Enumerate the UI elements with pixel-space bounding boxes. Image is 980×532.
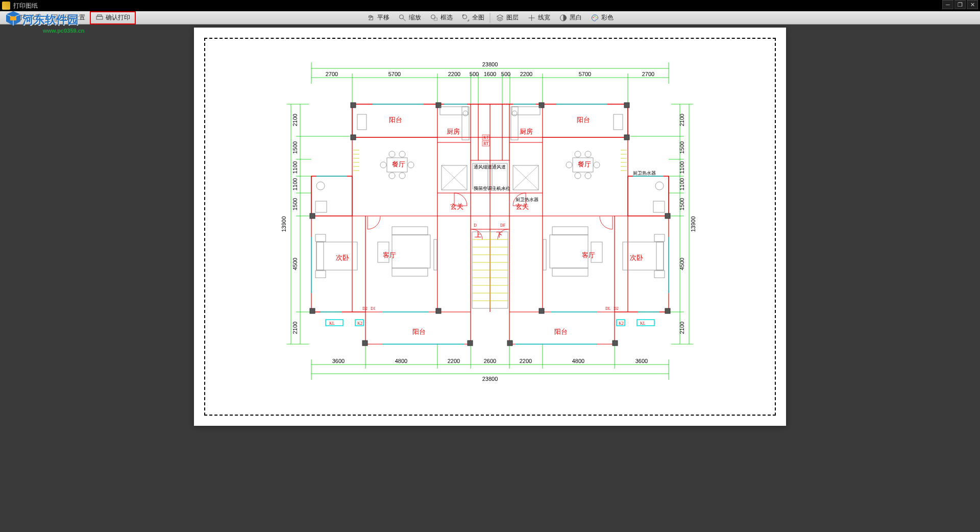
svg-text:23800: 23800 — [482, 376, 498, 382]
bottom-dimensions: 23800 3600 4800 2200 2600 2200 4800 3600 — [311, 344, 669, 382]
layers-button[interactable]: 图层 — [492, 12, 523, 23]
svg-rect-171 — [310, 308, 315, 313]
svg-rect-230 — [392, 227, 428, 235]
svg-text:2200: 2200 — [448, 358, 460, 364]
svg-text:D2: D2 — [362, 306, 368, 311]
highlight-annotation: 确认打印 — [90, 11, 136, 25]
svg-text:1600: 1600 — [484, 71, 496, 77]
line-width-button[interactable]: 线宽 — [523, 12, 555, 23]
svg-text:餐厅: 餐厅 — [578, 160, 591, 168]
svg-rect-122 — [628, 176, 669, 216]
minimize-button[interactable]: ─ — [942, 0, 953, 9]
svg-text:客厅: 客厅 — [582, 251, 595, 259]
print-settings-button[interactable]: 打印设置 — [2, 12, 46, 23]
box-select-button[interactable]: 框选 — [426, 12, 457, 23]
svg-text:餐厅: 餐厅 — [392, 160, 405, 168]
svg-point-222 — [389, 173, 395, 179]
svg-text:厨房: 厨房 — [520, 128, 533, 135]
titlebar: 打印图纸 ─ ❐ ✕ — [0, 0, 980, 11]
page-settings-button[interactable]: 页面设置 — [46, 12, 90, 23]
btn-label: 彩色 — [601, 13, 614, 22]
palette-icon — [591, 14, 599, 22]
svg-rect-164 — [436, 103, 441, 108]
svg-rect-263 — [654, 271, 665, 278]
btn-label: 平移 — [377, 13, 389, 22]
separator — [490, 13, 491, 23]
svg-text:4800: 4800 — [395, 358, 407, 364]
confirm-print-button[interactable]: 确认打印 — [91, 12, 135, 23]
svg-rect-167 — [351, 135, 356, 140]
svg-text:3600: 3600 — [332, 358, 345, 364]
btn-label: 黑白 — [570, 13, 582, 22]
layers-icon — [496, 14, 504, 22]
room-labels-right: 阳台 厨房 餐厅 玄关 客厅 次卧 阳台 — [516, 116, 643, 335]
zoom-button[interactable]: 缩放 — [394, 12, 426, 23]
svg-rect-237 — [440, 107, 468, 115]
svg-text:4500: 4500 — [292, 258, 298, 270]
svg-rect-173 — [362, 341, 368, 346]
room-labels-left: 阳台 厨房 餐厅 玄关 客厅 次卧 阳台 — [336, 116, 463, 335]
window-controls: ─ ❐ ✕ — [942, 0, 978, 9]
pan-button[interactable]: 平移 — [362, 12, 394, 23]
svg-text:预留空调主机水位: 预留空调主机水位 — [474, 186, 510, 191]
svg-text:玄关: 玄关 — [516, 203, 529, 210]
svg-rect-178 — [539, 308, 544, 313]
svg-text:2200: 2200 — [520, 71, 532, 77]
svg-point-269 — [655, 182, 664, 190]
svg-point-273 — [512, 111, 517, 116]
svg-rect-218 — [357, 114, 366, 130]
svg-text:5700: 5700 — [388, 71, 401, 77]
svg-text:1500: 1500 — [292, 141, 298, 154]
svg-rect-174 — [612, 341, 618, 346]
svg-rect-231 — [392, 235, 430, 268]
svg-rect-270 — [653, 201, 665, 212]
svg-rect-177 — [436, 308, 441, 313]
svg-text:5700: 5700 — [579, 71, 591, 77]
svg-text:2600: 2600 — [484, 358, 496, 364]
svg-rect-163 — [351, 103, 356, 108]
restore-button[interactable]: ❐ — [954, 0, 966, 9]
btn-label: 线宽 — [538, 13, 550, 22]
expand-icon — [462, 14, 470, 22]
window-title: 打印图纸 — [13, 2, 38, 10]
furniture-left — [315, 107, 627, 278]
svg-point-255 — [585, 151, 591, 157]
btn-label: 缩放 — [409, 13, 421, 22]
svg-point-254 — [575, 151, 581, 157]
svg-text:23800: 23800 — [482, 61, 498, 67]
svg-rect-268 — [543, 239, 546, 270]
svg-text:DF: DF — [500, 223, 506, 228]
svg-text:2100: 2100 — [292, 114, 298, 126]
full-view-button[interactable]: 全图 — [457, 12, 489, 23]
svg-text:下: 下 — [496, 231, 503, 238]
close-button[interactable]: ✕ — [967, 0, 978, 9]
svg-text:1100: 1100 — [679, 161, 685, 174]
svg-text:次卧: 次卧 — [336, 254, 349, 261]
svg-rect-262 — [654, 234, 665, 241]
svg-rect-252 — [614, 114, 623, 130]
plus-icon — [528, 14, 536, 22]
svg-text:阳台: 阳台 — [554, 328, 568, 335]
svg-point-7 — [400, 15, 404, 19]
svg-text:2100: 2100 — [292, 322, 298, 334]
svg-rect-266 — [552, 268, 588, 276]
svg-text:2200: 2200 — [520, 358, 532, 364]
svg-text:2700: 2700 — [326, 71, 338, 77]
svg-text:D1: D1 — [371, 306, 376, 311]
svg-text:13900: 13900 — [690, 216, 696, 232]
svg-text:BT: BT — [483, 141, 488, 146]
svg-text:DL: DL — [605, 306, 611, 311]
svg-point-259 — [594, 162, 600, 168]
svg-rect-175 — [468, 341, 473, 346]
btn-label: 确认打印 — [106, 13, 130, 22]
svg-text:2100: 2100 — [679, 114, 685, 126]
svg-rect-168 — [624, 135, 629, 140]
svg-text:1500: 1500 — [679, 198, 685, 210]
svg-rect-6 — [97, 15, 102, 16]
canvas-area[interactable]: 23800 2700 5700 2200 500 — [0, 25, 980, 532]
color-button[interactable]: 彩色 — [586, 12, 618, 23]
svg-text:1100: 1100 — [679, 178, 685, 190]
printer-icon — [7, 14, 15, 22]
print-icon — [95, 14, 104, 22]
bw-button[interactable]: 黑白 — [555, 12, 586, 23]
